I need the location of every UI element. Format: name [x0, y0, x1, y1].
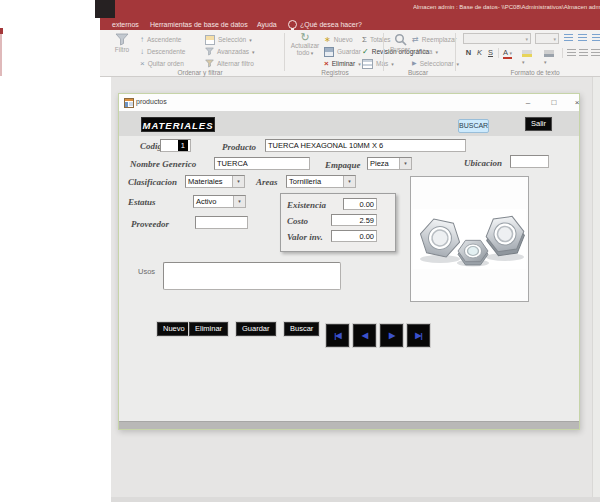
replace-button[interactable]: ⇄ Reemplazar [412, 34, 457, 45]
sort-ascending-button[interactable]: ↑ Ascendente [140, 34, 181, 45]
select-button[interactable]: ▶ Seleccionar [412, 58, 459, 69]
font-color-button[interactable]: A [503, 48, 512, 59]
numbering-icon[interactable] [578, 34, 587, 41]
sort-descending-button[interactable]: ↓ Descendente [140, 46, 185, 57]
nombre-generico-label: Nombre Generico [130, 159, 196, 169]
existencia-label: Existencia [287, 200, 326, 210]
refresh-all-button[interactable]: ↻ Actualizar todo [289, 33, 321, 56]
producto-label: Producto [222, 142, 256, 152]
font-name-select[interactable] [463, 33, 531, 44]
areas-select[interactable]: Tornilleria [286, 175, 356, 188]
goto-icon: → [412, 47, 420, 56]
indent-icon[interactable] [592, 34, 600, 41]
align-left-icon[interactable] [567, 49, 576, 56]
goto-button[interactable]: → Ir a [412, 46, 438, 57]
selection-icon [205, 35, 215, 45]
group-divider [455, 33, 456, 71]
costo-input[interactable]: 2.59 [331, 214, 377, 226]
find-button[interactable]: Buscar [387, 33, 413, 53]
toggle-filter-button[interactable]: Alternar filtro [205, 58, 254, 69]
form-header-band: MATERIALES BUSCAR Salir [119, 111, 579, 136]
remove-sort-button[interactable]: × Quitar orden [140, 58, 184, 69]
advanced-filter-button[interactable]: Avanzadas [205, 46, 255, 57]
group-divider [284, 33, 285, 71]
eliminar-button[interactable]: Eliminar [189, 322, 228, 336]
empaque-label: Empaque [325, 160, 361, 170]
group-label-formato: Formato de texto [490, 69, 580, 76]
codigo-input[interactable]: 1 [160, 139, 191, 152]
empaque-select[interactable]: Pieza [367, 157, 412, 170]
table-icon [362, 59, 373, 69]
refresh-icon: ↻ [289, 33, 321, 42]
first-record-button[interactable]: |◀ [326, 324, 349, 347]
tell-me-box[interactable]: ¿Qué desea hacer? [300, 19, 362, 30]
existencia-input[interactable]: 0.00 [343, 198, 377, 210]
fill-color-button[interactable] [544, 50, 554, 57]
proveedor-input[interactable] [195, 216, 248, 229]
filter-icon [115, 33, 129, 46]
highlight-button[interactable] [522, 50, 532, 57]
salir-button[interactable]: Salir [525, 117, 552, 131]
font-size-select[interactable] [535, 33, 559, 44]
chevron-down-icon[interactable] [399, 158, 411, 169]
app-title: Almacen admin : Base de datos- \\PC08\Ad… [413, 4, 600, 14]
usos-label: Usos [138, 267, 155, 276]
chevron-down-icon[interactable] [343, 176, 355, 187]
align-right-icon[interactable] [591, 49, 600, 56]
save-record-button[interactable]: Guardar [324, 46, 361, 57]
bullets-icon[interactable] [564, 34, 573, 41]
advanced-filter-icon [205, 47, 214, 56]
minimize-button[interactable]: – [518, 94, 538, 111]
chevron-down-icon[interactable] [233, 196, 245, 207]
toggle-filter-icon [205, 59, 214, 68]
form-bottom-strip[interactable] [119, 421, 579, 429]
nombre-generico-input[interactable]: TUERCA [214, 157, 310, 170]
proveedor-label: Proveedor [131, 219, 169, 229]
estatus-select[interactable]: Activo [193, 195, 246, 208]
underline-button[interactable]: S [486, 48, 495, 57]
more-button[interactable]: Más [362, 58, 394, 69]
client-right-strip [592, 77, 600, 502]
clasificacion-select[interactable]: Materiales [185, 175, 245, 188]
nuevo-button[interactable]: Nuevo [157, 322, 191, 336]
form-titlebar[interactable]: productos – □ × [119, 94, 579, 111]
group-label-registros: Registros [300, 69, 370, 76]
areas-label: Areas [256, 177, 278, 187]
new-record-button[interactable]: ∗ Nuevo [324, 34, 353, 45]
ubicacion-input[interactable] [510, 155, 549, 168]
align-center-icon[interactable] [579, 49, 588, 56]
product-photo-hex-nuts [413, 209, 526, 269]
guardar-button[interactable]: Guardar [236, 322, 276, 336]
codigo-selected-text: 1 [178, 140, 188, 151]
inventory-box: Existencia 0.00 Costo 2.59 Valor inv. 0.… [280, 193, 396, 252]
producto-input[interactable]: TUERCA HEXAGONAL 10MM X 6 [265, 139, 466, 152]
bold-button[interactable]: N [464, 48, 473, 57]
italic-button[interactable]: K [475, 48, 484, 57]
last-record-button[interactable]: ▶| [407, 324, 430, 347]
filter-button[interactable]: Filtro [108, 33, 136, 53]
previous-record-button[interactable]: ◀ [353, 324, 376, 347]
maximize-button[interactable]: □ [544, 94, 564, 111]
sort-descending-icon: ↓ [140, 47, 144, 56]
ribbon: Filtro ↑ Ascendente ↓ Descendente × Quit… [100, 30, 600, 77]
tab-herramientas[interactable]: Herramientas de base de datos [150, 19, 248, 30]
header-buscar-button[interactable]: BUSCAR [458, 119, 489, 133]
remove-sort-icon: × [140, 59, 145, 68]
delete-record-button[interactable]: × Eliminar [324, 58, 361, 69]
tab-externos[interactable]: externos [112, 19, 139, 30]
sort-ascending-icon: ↑ [140, 35, 144, 44]
selection-button[interactable]: Selección [205, 34, 252, 45]
valor-inv-input[interactable]: 0.00 [331, 230, 377, 242]
clasificacion-label: Clasificacion [128, 177, 177, 187]
chevron-down-icon[interactable] [232, 176, 244, 187]
form-title-label: MATERIALES [141, 117, 215, 132]
save-icon [324, 47, 334, 57]
close-button[interactable]: × [567, 94, 587, 111]
usos-textarea[interactable] [163, 262, 341, 290]
tab-ayuda[interactable]: Ayuda [257, 19, 277, 30]
buscar-button[interactable]: Buscar [284, 322, 319, 336]
magnifier-icon [394, 33, 407, 46]
product-image-frame [410, 176, 529, 302]
next-record-button[interactable]: ▶ [380, 324, 403, 347]
estatus-label: Estatus [128, 197, 156, 207]
